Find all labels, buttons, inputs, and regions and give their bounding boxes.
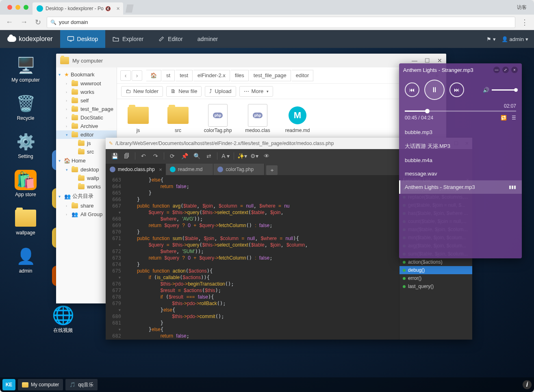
playlist-button[interactable]: ☰ xyxy=(512,115,516,121)
undo-button[interactable]: ↶ xyxy=(138,151,149,161)
volume-icon[interactable]: 🔊 xyxy=(483,87,489,93)
tab-close-icon[interactable]: × xyxy=(117,5,120,12)
crumb-home[interactable]: 🏠 xyxy=(146,70,161,81)
playlist-item[interactable]: bubble.m4a xyxy=(399,154,522,167)
play-pause-button[interactable]: ⏸ xyxy=(424,80,445,100)
player-minimize-button[interactable]: — xyxy=(493,67,500,73)
playlist-item[interactable]: 大话西游 天浴.MP3 xyxy=(399,139,522,154)
player-expand-button[interactable]: ⤢ xyxy=(502,67,509,73)
reload-button[interactable]: ⟳ xyxy=(167,151,178,161)
repeat-button[interactable]: 🔁 xyxy=(501,115,507,121)
desktop-icon-admin[interactable]: 👤admin xyxy=(7,246,44,274)
more-button[interactable]: ⋯More▾ xyxy=(239,86,274,97)
prev-track-button[interactable]: ⏮ xyxy=(405,82,419,97)
playlist-item[interactable]: bubble.mp3 xyxy=(399,126,522,139)
tree-item[interactable]: ›DocStatic xyxy=(56,113,117,122)
outline-item[interactable]: debug() xyxy=(399,266,472,274)
crumb-seg[interactable]: test_file_page xyxy=(250,70,291,81)
app-brand[interactable]: kodexplorer xyxy=(0,35,60,43)
tree-item[interactable]: ›works xyxy=(56,88,117,96)
editor-tab[interactable]: medoo.class.php× xyxy=(106,164,166,175)
fm-maximize-button[interactable]: ☐ xyxy=(425,57,430,64)
folder-icon xyxy=(22,382,28,388)
desktop-icon-wallpage[interactable]: wallpage xyxy=(7,208,44,236)
taskbar-item[interactable]: My computer xyxy=(18,379,63,390)
tree-item[interactable]: ›Archive xyxy=(56,122,117,130)
desktop-icon-recycle[interactable]: 🗑️Recycle xyxy=(7,93,44,121)
desktop-icons-column-1: 🖥️My computer 🗑️Recycle ⚙️Setting 🛍️App … xyxy=(7,55,52,284)
outline-item[interactable]: last_query() xyxy=(399,282,472,290)
font-button[interactable]: A ▾ xyxy=(220,151,231,161)
tab-close-icon[interactable]: × xyxy=(159,167,162,173)
settings-button[interactable]: ⚙▾ xyxy=(249,151,260,161)
fm-minimize-button[interactable]: — xyxy=(412,57,417,64)
tree-item[interactable]: ›self xyxy=(56,96,117,105)
info-button[interactable]: i xyxy=(523,380,532,389)
pin-button[interactable]: 📌 xyxy=(179,151,190,161)
nav-explorer[interactable]: Explorer xyxy=(105,30,151,48)
chevron-down-icon: ▾ xyxy=(59,72,63,77)
notifications-button[interactable]: ⚑ ▾ xyxy=(486,36,496,42)
save-all-button[interactable]: 🗐 xyxy=(121,151,132,161)
upload-button[interactable]: ⤴Upload xyxy=(205,86,236,97)
redo-button[interactable]: ↷ xyxy=(150,151,161,161)
mac-window-controls[interactable] xyxy=(3,5,33,10)
player-close-button[interactable]: × xyxy=(511,67,518,73)
desktop-icon-mycomputer[interactable]: 🖥️My computer xyxy=(7,55,44,83)
tree-item[interactable]: ›wwwroot xyxy=(56,79,117,88)
crumb-seg[interactable]: test xyxy=(176,70,193,81)
mac-close-button[interactable] xyxy=(7,5,12,10)
crumb-back-button[interactable]: ‹ xyxy=(120,70,131,81)
editor-new-tab-button[interactable]: ＋ xyxy=(266,165,278,175)
desktop-icon-appstore[interactable]: 🛍️App store xyxy=(7,170,44,197)
taskbar-item[interactable]: 🎵qq音乐 xyxy=(65,379,97,390)
mac-maximize-button[interactable] xyxy=(24,5,28,10)
editor-code-area[interactable]: }else{ return false; } } public function… xyxy=(125,175,399,340)
editor-tab[interactable]: colorTag.php xyxy=(213,164,265,175)
address-bar[interactable]: 🔍 your domain xyxy=(47,17,515,28)
crumb-seg[interactable]: st xyxy=(162,70,175,81)
crumb-seg[interactable]: files xyxy=(231,70,249,81)
crumb-seg[interactable]: elFinder-2.x xyxy=(193,70,230,81)
browser-profile-label[interactable]: 访客 xyxy=(510,4,534,11)
shuffle-button[interactable]: ⇄ xyxy=(203,151,215,161)
browser-tab[interactable]: Desktop - kodexplorer - Po 🔇 × xyxy=(33,2,123,15)
browser-menu-button[interactable]: ⋮ xyxy=(519,18,530,27)
tree-group-bookmark[interactable]: ▾ ★ Bookmark xyxy=(56,70,117,79)
outline-item[interactable]: error() xyxy=(399,274,472,282)
wand-button[interactable]: ✨▾ xyxy=(237,151,248,161)
save-button[interactable]: 💾 xyxy=(109,151,120,161)
playlist-item-playing[interactable]: Anthem Lights - Stranger.mp3▮▮▮ xyxy=(399,180,522,194)
crumb-seg[interactable]: editor xyxy=(292,70,314,81)
start-button[interactable]: KE xyxy=(2,379,15,390)
outline-item[interactable]: action($actions) xyxy=(399,258,472,266)
new-folder-button[interactable]: 🗀New folder xyxy=(121,86,163,97)
editor-tab[interactable]: readme.md xyxy=(166,164,214,175)
svg-rect-0 xyxy=(67,37,74,40)
new-tab-button[interactable] xyxy=(126,4,134,13)
tab-mute-icon[interactable]: 🔇 xyxy=(105,6,111,11)
search-button[interactable]: 🔍 xyxy=(191,151,202,161)
nav-desktop[interactable]: Desktop xyxy=(60,30,105,48)
fm-close-button[interactable]: ✕ xyxy=(437,57,442,64)
user-menu[interactable]: 👤 admin ▾ xyxy=(501,36,528,42)
desktop-icon-setting[interactable]: ⚙️Setting xyxy=(7,132,44,159)
php-icon xyxy=(110,167,115,172)
tree-item[interactable]: ›test_file_page xyxy=(56,105,117,113)
seek-slider[interactable] xyxy=(405,110,516,112)
back-button[interactable]: ← xyxy=(4,18,15,26)
playlist-item[interactable]: message.wav xyxy=(399,167,522,180)
preview-button[interactable]: 👁 xyxy=(261,151,272,161)
desktop-icon-chrome[interactable]: 🌐在线视频 xyxy=(49,305,77,334)
reload-button[interactable]: ↻ xyxy=(33,18,43,27)
volume-slider[interactable] xyxy=(492,89,516,91)
new-file-button[interactable]: 🗎New file xyxy=(166,86,202,97)
forward-button[interactable]: → xyxy=(19,18,29,26)
nav-editor[interactable]: Editor xyxy=(151,30,190,48)
next-track-button[interactable]: ⏭ xyxy=(449,82,464,97)
fm-titlebar[interactable]: My computer — ☐ ✕ xyxy=(56,54,446,67)
nav-adminer[interactable]: adminer xyxy=(190,30,226,48)
folder-icon xyxy=(15,208,37,228)
mac-minimize-button[interactable] xyxy=(15,5,20,10)
crumb-forward-button[interactable]: › xyxy=(132,70,142,81)
